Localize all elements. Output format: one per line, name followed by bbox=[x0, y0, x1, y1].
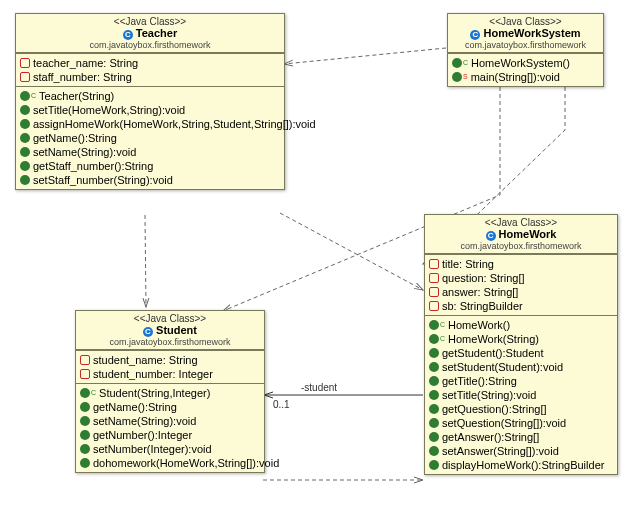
method-icon bbox=[429, 390, 439, 400]
member-row: getTitle():String bbox=[429, 374, 613, 388]
class-student: <<Java Class>> C Student com.javatoybox.… bbox=[75, 310, 265, 473]
member-row: CHomeWork() bbox=[429, 318, 613, 332]
method-icon bbox=[429, 376, 439, 386]
package: com.javatoybox.firsthomework bbox=[20, 40, 280, 50]
field-icon bbox=[429, 259, 439, 269]
method-icon bbox=[20, 119, 30, 129]
field-icon bbox=[429, 273, 439, 283]
member-row: getQuestion():String[] bbox=[429, 402, 613, 416]
class-homework: <<Java Class>> C HomeWork com.javatoybox… bbox=[424, 214, 618, 475]
member-row: setNumber(Integer):void bbox=[80, 442, 260, 456]
field-icon bbox=[20, 58, 30, 68]
method-icon bbox=[452, 72, 462, 82]
member-row: title: String bbox=[429, 257, 613, 271]
class-homeworksystem: <<Java Class>> C HomeWorkSystem com.java… bbox=[447, 13, 604, 87]
field-icon bbox=[80, 355, 90, 365]
method-icon bbox=[429, 334, 439, 344]
class-name: Teacher bbox=[136, 27, 177, 39]
stereotype: <<Java Class>> bbox=[20, 16, 280, 27]
method-icon bbox=[20, 147, 30, 157]
svg-line-0 bbox=[284, 48, 446, 64]
field-icon bbox=[20, 72, 30, 82]
method-icon bbox=[20, 105, 30, 115]
member-row: sb: StringBuilder bbox=[429, 299, 613, 313]
member-row: student_number: Integer bbox=[80, 367, 260, 381]
member-row: teacher_name: String bbox=[20, 56, 280, 70]
method-icon bbox=[80, 402, 90, 412]
assoc-role: -student bbox=[300, 382, 338, 393]
member-row: CStudent(String,Integer) bbox=[80, 386, 260, 400]
class-icon: C bbox=[486, 231, 496, 241]
method-icon bbox=[429, 348, 439, 358]
method-icon bbox=[429, 320, 439, 330]
method-icon bbox=[80, 458, 90, 468]
assoc-mult: 0..1 bbox=[272, 399, 291, 410]
method-icon bbox=[429, 446, 439, 456]
member-row: CHomeWorkSystem() bbox=[452, 56, 599, 70]
class-icon: C bbox=[123, 30, 133, 40]
method-icon bbox=[20, 175, 30, 185]
member-row: Smain(String[]):void bbox=[452, 70, 599, 84]
member-row: assignHomeWork(HomeWork,String,Student,S… bbox=[20, 117, 280, 131]
member-row: question: String[] bbox=[429, 271, 613, 285]
svg-line-3 bbox=[145, 215, 146, 307]
member-row: displayHomeWork():StringBuilder bbox=[429, 458, 613, 472]
fields: teacher_name: Stringstaff_number: String bbox=[16, 53, 284, 86]
member-row: setTitle(String):void bbox=[429, 388, 613, 402]
member-row: setName(String):void bbox=[80, 414, 260, 428]
method-icon bbox=[20, 161, 30, 171]
member-row: getAnswer():String[] bbox=[429, 430, 613, 444]
methods: CTeacher(String)setTitle(HomeWork,String… bbox=[16, 86, 284, 189]
member-row: setTitle(HomeWork,String):void bbox=[20, 103, 280, 117]
method-icon bbox=[20, 133, 30, 143]
field-icon bbox=[80, 369, 90, 379]
member-row: setQuestion(String[]):void bbox=[429, 416, 613, 430]
method-icon bbox=[80, 416, 90, 426]
method-icon bbox=[429, 418, 439, 428]
member-row: setStaff_number(String):void bbox=[20, 173, 280, 187]
method-icon bbox=[429, 432, 439, 442]
member-row: getNumber():Integer bbox=[80, 428, 260, 442]
member-row: setStudent(Student):void bbox=[429, 360, 613, 374]
method-icon bbox=[429, 404, 439, 414]
member-row: answer: String[] bbox=[429, 285, 613, 299]
member-row: getStaff_number():String bbox=[20, 159, 280, 173]
class-icon: C bbox=[143, 327, 153, 337]
field-icon bbox=[429, 287, 439, 297]
member-row: setName(String):void bbox=[20, 145, 280, 159]
method-icon bbox=[20, 91, 30, 101]
method-icon bbox=[80, 444, 90, 454]
member-row: student_name: String bbox=[80, 353, 260, 367]
member-row: CHomeWork(String) bbox=[429, 332, 613, 346]
member-row: getName():String bbox=[20, 131, 280, 145]
method-icon bbox=[429, 362, 439, 372]
member-row: staff_number: String bbox=[20, 70, 280, 84]
class-icon: C bbox=[470, 30, 480, 40]
method-icon bbox=[429, 460, 439, 470]
member-row: getStudent():Student bbox=[429, 346, 613, 360]
method-icon bbox=[80, 388, 90, 398]
method-icon bbox=[452, 58, 462, 68]
member-row: CTeacher(String) bbox=[20, 89, 280, 103]
member-row: dohomework(HomeWork,String[]):void bbox=[80, 456, 260, 470]
member-row: getName():String bbox=[80, 400, 260, 414]
field-icon bbox=[429, 301, 439, 311]
class-teacher: <<Java Class>> C Teacher com.javatoybox.… bbox=[15, 13, 285, 190]
method-icon bbox=[80, 430, 90, 440]
svg-line-2 bbox=[280, 213, 423, 290]
member-row: setAnswer(String[]):void bbox=[429, 444, 613, 458]
